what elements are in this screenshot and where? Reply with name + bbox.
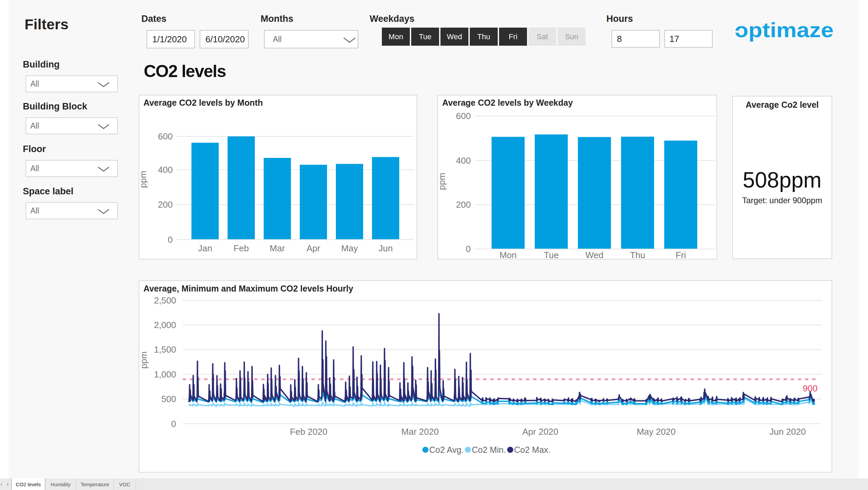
svg-text:400: 400 — [158, 165, 173, 175]
svg-text:1,000: 1,000 — [154, 369, 176, 380]
svg-text:Tue: Tue — [544, 250, 559, 259]
svg-text:400: 400 — [456, 155, 471, 166]
svg-text:600: 600 — [158, 131, 173, 142]
svg-text:Average CO2 levels by Month: Average CO2 levels by Month — [143, 98, 263, 107]
svg-text:Mar: Mar — [270, 243, 285, 253]
svg-text:200: 200 — [456, 199, 471, 210]
svg-text:0: 0 — [466, 244, 471, 254]
svg-text:2,500: 2,500 — [154, 295, 176, 306]
svg-text:Mar 2020: Mar 2020 — [401, 427, 439, 437]
svg-text:Thu: Thu — [630, 250, 645, 259]
svg-text:Co2 Avg.: Co2 Avg. — [429, 445, 464, 455]
svg-text:600: 600 — [456, 111, 471, 121]
svg-text:1,500: 1,500 — [154, 344, 176, 355]
svg-text:ppm: ppm — [139, 352, 149, 369]
svg-text:Apr 2020: Apr 2020 — [522, 427, 558, 437]
svg-text:optimaze: optimaze — [734, 18, 834, 42]
svg-text:May 2020: May 2020 — [637, 427, 676, 437]
svg-text:508ppm: 508ppm — [743, 168, 821, 192]
svg-text:Fri: Fri — [676, 250, 686, 259]
svg-text:Target: under 900ppm: Target: under 900ppm — [742, 196, 822, 205]
svg-text:Average CO2 levels by Weekday: Average CO2 levels by Weekday — [442, 98, 573, 107]
svg-text:0: 0 — [168, 235, 173, 245]
svg-text:Average Co2 level: Average Co2 level — [746, 100, 819, 109]
svg-text:0: 0 — [171, 419, 176, 429]
svg-text:Feb: Feb — [234, 243, 249, 253]
svg-text:Average, Minimum and Maximum C: Average, Minimum and Maximum CO2 levels … — [143, 284, 353, 293]
svg-text:May: May — [341, 243, 358, 253]
svg-text:500: 500 — [161, 394, 176, 404]
svg-text:ppm: ppm — [139, 171, 148, 188]
svg-text:Apr: Apr — [307, 243, 321, 253]
svg-text:200: 200 — [158, 199, 173, 210]
svg-text:Mon: Mon — [499, 250, 517, 259]
svg-text:Jun: Jun — [378, 243, 393, 253]
svg-text:Co2 Max.: Co2 Max. — [514, 445, 551, 455]
svg-text:Co2 Min.: Co2 Min. — [472, 445, 506, 455]
svg-text:Jun 2020: Jun 2020 — [770, 427, 806, 437]
svg-text:Wed: Wed — [585, 250, 603, 259]
svg-text:ppm: ppm — [438, 173, 447, 190]
svg-text:Jan: Jan — [198, 243, 212, 253]
svg-text:2,000: 2,000 — [154, 320, 176, 330]
svg-text:Feb 2020: Feb 2020 — [290, 427, 327, 437]
